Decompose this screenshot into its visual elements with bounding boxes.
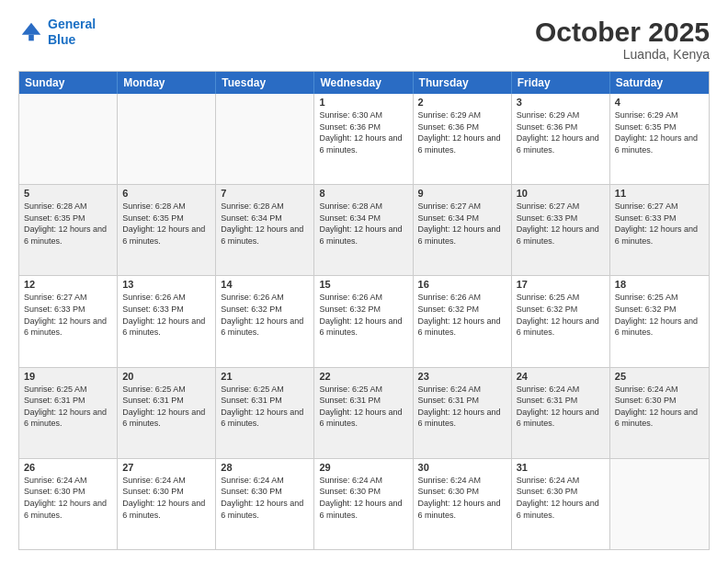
calendar-body: 1Sunrise: 6:30 AM Sunset: 6:36 PM Daylig… [19, 94, 709, 549]
day-number: 20 [122, 371, 210, 382]
header: General Blue October 2025 Luanda, Kenya [18, 17, 710, 62]
weekday-header-saturday: Saturday [610, 72, 709, 94]
cal-cell-11: 11Sunrise: 6:27 AM Sunset: 6:33 PM Dayli… [610, 185, 709, 275]
day-number: 22 [319, 371, 407, 382]
cell-info: Sunrise: 6:24 AM Sunset: 6:30 PM Dayligh… [319, 475, 407, 521]
cal-cell-27: 27Sunrise: 6:24 AM Sunset: 6:30 PM Dayli… [118, 459, 216, 549]
cal-cell-24: 24Sunrise: 6:24 AM Sunset: 6:31 PM Dayli… [512, 368, 610, 458]
day-number: 5 [24, 188, 112, 199]
cal-cell-4: 4Sunrise: 6:29 AM Sunset: 6:35 PM Daylig… [610, 94, 709, 184]
cal-cell-23: 23Sunrise: 6:24 AM Sunset: 6:31 PM Dayli… [414, 368, 512, 458]
calendar-header: SundayMondayTuesdayWednesdayThursdayFrid… [19, 72, 709, 94]
cal-cell-29: 29Sunrise: 6:24 AM Sunset: 6:30 PM Dayli… [314, 459, 413, 549]
cell-info: Sunrise: 6:25 AM Sunset: 6:32 PM Dayligh… [615, 292, 704, 338]
calendar: SundayMondayTuesdayWednesdayThursdayFrid… [18, 71, 710, 550]
cal-cell-8: 8Sunrise: 6:28 AM Sunset: 6:34 PM Daylig… [314, 185, 413, 275]
day-number: 19 [24, 371, 112, 382]
calendar-row-0: 1Sunrise: 6:30 AM Sunset: 6:36 PM Daylig… [19, 94, 709, 184]
cal-cell-2: 2Sunrise: 6:29 AM Sunset: 6:36 PM Daylig… [414, 94, 512, 184]
cal-cell-empty-0-1 [118, 94, 216, 184]
cell-info: Sunrise: 6:28 AM Sunset: 6:34 PM Dayligh… [221, 201, 309, 247]
weekday-header-monday: Monday [118, 72, 216, 94]
location: Luanda, Kenya [535, 47, 710, 62]
cell-info: Sunrise: 6:30 AM Sunset: 6:36 PM Dayligh… [319, 109, 407, 155]
day-number: 11 [615, 188, 704, 199]
cal-cell-18: 18Sunrise: 6:25 AM Sunset: 6:32 PM Dayli… [610, 276, 709, 366]
day-number: 25 [615, 371, 704, 382]
cell-info: Sunrise: 6:26 AM Sunset: 6:32 PM Dayligh… [418, 292, 506, 338]
cal-cell-31: 31Sunrise: 6:24 AM Sunset: 6:30 PM Dayli… [512, 459, 610, 549]
month-year: October 2025 [535, 17, 710, 47]
cal-cell-empty-0-2 [216, 94, 314, 184]
cell-info: Sunrise: 6:27 AM Sunset: 6:33 PM Dayligh… [615, 201, 704, 247]
cell-info: Sunrise: 6:24 AM Sunset: 6:30 PM Dayligh… [517, 475, 605, 521]
cell-info: Sunrise: 6:28 AM Sunset: 6:34 PM Dayligh… [319, 201, 407, 247]
cal-cell-9: 9Sunrise: 6:27 AM Sunset: 6:34 PM Daylig… [414, 185, 512, 275]
cell-info: Sunrise: 6:24 AM Sunset: 6:30 PM Dayligh… [24, 475, 112, 521]
day-number: 24 [517, 371, 605, 382]
weekday-header-friday: Friday [512, 72, 610, 94]
cal-cell-21: 21Sunrise: 6:25 AM Sunset: 6:31 PM Dayli… [216, 368, 314, 458]
cal-cell-empty-4-6 [610, 459, 709, 549]
day-number: 4 [615, 97, 704, 108]
day-number: 2 [418, 97, 506, 108]
cell-info: Sunrise: 6:25 AM Sunset: 6:32 PM Dayligh… [517, 292, 605, 338]
weekday-header-tuesday: Tuesday [216, 72, 314, 94]
logo-icon [18, 19, 44, 45]
weekday-header-wednesday: Wednesday [314, 72, 413, 94]
cal-cell-5: 5Sunrise: 6:28 AM Sunset: 6:35 PM Daylig… [19, 185, 118, 275]
page: General Blue October 2025 Luanda, Kenya … [0, 0, 728, 563]
day-number: 29 [319, 462, 407, 473]
cell-info: Sunrise: 6:26 AM Sunset: 6:33 PM Dayligh… [122, 292, 210, 338]
cell-info: Sunrise: 6:25 AM Sunset: 6:31 PM Dayligh… [24, 384, 112, 430]
cell-info: Sunrise: 6:24 AM Sunset: 6:30 PM Dayligh… [122, 475, 210, 521]
cell-info: Sunrise: 6:24 AM Sunset: 6:31 PM Dayligh… [517, 384, 605, 430]
logo-line2: Blue [48, 32, 75, 47]
weekday-header-sunday: Sunday [19, 72, 118, 94]
cell-info: Sunrise: 6:28 AM Sunset: 6:35 PM Dayligh… [122, 201, 210, 247]
cell-info: Sunrise: 6:24 AM Sunset: 6:31 PM Dayligh… [418, 384, 506, 430]
day-number: 6 [122, 188, 210, 199]
cal-cell-6: 6Sunrise: 6:28 AM Sunset: 6:35 PM Daylig… [118, 185, 216, 275]
cal-cell-25: 25Sunrise: 6:24 AM Sunset: 6:30 PM Dayli… [610, 368, 709, 458]
cal-cell-20: 20Sunrise: 6:25 AM Sunset: 6:31 PM Dayli… [118, 368, 216, 458]
day-number: 9 [418, 188, 506, 199]
day-number: 17 [517, 279, 605, 290]
logo: General Blue [18, 17, 96, 48]
cal-cell-28: 28Sunrise: 6:24 AM Sunset: 6:30 PM Dayli… [216, 459, 314, 549]
day-number: 28 [221, 462, 309, 473]
cell-info: Sunrise: 6:27 AM Sunset: 6:33 PM Dayligh… [517, 201, 605, 247]
day-number: 1 [319, 97, 407, 108]
cell-info: Sunrise: 6:25 AM Sunset: 6:31 PM Dayligh… [319, 384, 407, 430]
cell-info: Sunrise: 6:26 AM Sunset: 6:32 PM Dayligh… [221, 292, 309, 338]
day-number: 8 [319, 188, 407, 199]
cal-cell-17: 17Sunrise: 6:25 AM Sunset: 6:32 PM Dayli… [512, 276, 610, 366]
cell-info: Sunrise: 6:27 AM Sunset: 6:33 PM Dayligh… [24, 292, 112, 338]
day-number: 14 [221, 279, 309, 290]
title-block: October 2025 Luanda, Kenya [535, 17, 710, 62]
logo-line1: General [48, 17, 96, 31]
day-number: 30 [418, 462, 506, 473]
day-number: 13 [122, 279, 210, 290]
day-number: 15 [319, 279, 407, 290]
cell-info: Sunrise: 6:27 AM Sunset: 6:34 PM Dayligh… [418, 201, 506, 247]
calendar-row-2: 12Sunrise: 6:27 AM Sunset: 6:33 PM Dayli… [19, 275, 709, 366]
cell-info: Sunrise: 6:29 AM Sunset: 6:35 PM Dayligh… [615, 109, 704, 155]
cal-cell-22: 22Sunrise: 6:25 AM Sunset: 6:31 PM Dayli… [314, 368, 413, 458]
cal-cell-26: 26Sunrise: 6:24 AM Sunset: 6:30 PM Dayli… [19, 459, 118, 549]
cell-info: Sunrise: 6:24 AM Sunset: 6:30 PM Dayligh… [221, 475, 309, 521]
cal-cell-15: 15Sunrise: 6:26 AM Sunset: 6:32 PM Dayli… [314, 276, 413, 366]
cell-info: Sunrise: 6:24 AM Sunset: 6:30 PM Dayligh… [418, 475, 506, 521]
calendar-row-3: 19Sunrise: 6:25 AM Sunset: 6:31 PM Dayli… [19, 367, 709, 458]
cell-info: Sunrise: 6:26 AM Sunset: 6:32 PM Dayligh… [319, 292, 407, 338]
day-number: 7 [221, 188, 309, 199]
day-number: 10 [517, 188, 605, 199]
day-number: 27 [122, 462, 210, 473]
cal-cell-13: 13Sunrise: 6:26 AM Sunset: 6:33 PM Dayli… [118, 276, 216, 366]
day-number: 26 [24, 462, 112, 473]
day-number: 18 [615, 279, 704, 290]
cal-cell-7: 7Sunrise: 6:28 AM Sunset: 6:34 PM Daylig… [216, 185, 314, 275]
day-number: 12 [24, 279, 112, 290]
svg-marker-0 [22, 23, 41, 35]
cell-info: Sunrise: 6:29 AM Sunset: 6:36 PM Dayligh… [418, 109, 506, 155]
